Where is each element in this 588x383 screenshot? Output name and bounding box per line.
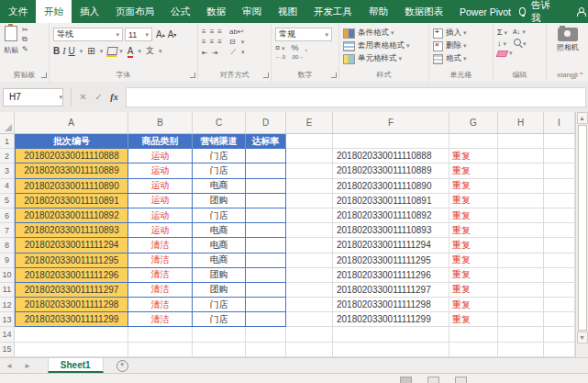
- cell-D12[interactable]: [246, 298, 286, 312]
- insert-function-button[interactable]: fx: [106, 92, 122, 102]
- cell-D14[interactable]: [246, 327, 286, 342]
- orientation-button[interactable]: ⟋: [230, 48, 236, 57]
- cell-G7[interactable]: 重复: [449, 223, 498, 238]
- cell-C9[interactable]: 电商: [193, 253, 246, 268]
- cell-I4[interactable]: [544, 179, 575, 194]
- cell-F15[interactable]: [333, 343, 449, 357]
- cell-A11[interactable]: 2018020330011111297: [15, 283, 128, 298]
- cell-A14[interactable]: [15, 327, 128, 342]
- row-header-12[interactable]: 12: [0, 298, 15, 312]
- format-painter-button[interactable]: ✎: [22, 45, 28, 53]
- ribbon-tab-6[interactable]: 审阅: [234, 0, 270, 23]
- row-header-6[interactable]: 6: [0, 208, 15, 223]
- cell-H11[interactable]: [498, 283, 544, 298]
- cell-B13[interactable]: 清洁: [128, 312, 193, 327]
- bold-button[interactable]: B: [53, 46, 60, 56]
- column-header-H[interactable]: H: [498, 112, 544, 134]
- cell-B1[interactable]: 商品类别: [128, 134, 193, 149]
- cell-F6[interactable]: 2018020330011110892: [333, 208, 449, 223]
- row-header-5[interactable]: 5: [0, 194, 15, 208]
- cell-B3[interactable]: 运动: [128, 163, 193, 178]
- ribbon-tab-9[interactable]: 帮助: [361, 0, 396, 23]
- column-header-B[interactable]: B: [128, 112, 193, 134]
- cell-I5[interactable]: [544, 194, 575, 208]
- conditional-formatting-button[interactable]: 条件格式▾: [343, 28, 426, 39]
- find-select-button[interactable]: ▾: [514, 39, 527, 48]
- vertical-scroll-thumb[interactable]: [578, 125, 587, 331]
- cell-G6[interactable]: 重复: [449, 208, 498, 223]
- font-color-button[interactable]: A: [128, 46, 134, 56]
- collapse-ribbon-icon[interactable]: ⌃: [578, 72, 584, 80]
- ribbon-tab-0[interactable]: 文件: [0, 0, 36, 23]
- cell-E2[interactable]: [286, 149, 333, 163]
- cell-C14[interactable]: [193, 327, 246, 342]
- ribbon-tab-11[interactable]: Power Pivot: [451, 0, 519, 23]
- cell-I11[interactable]: [544, 283, 575, 298]
- decrease-indent-icon[interactable]: ⇤: [202, 49, 208, 57]
- cell-A7[interactable]: 2018020330011110893: [15, 223, 128, 238]
- cell-G1[interactable]: [449, 134, 498, 149]
- row-header-13[interactable]: 13: [0, 312, 15, 327]
- clear-button[interactable]: [496, 51, 509, 57]
- cell-E8[interactable]: [286, 238, 333, 253]
- tell-me-button[interactable]: 告诉我: [531, 0, 550, 25]
- cell-G15[interactable]: [449, 343, 498, 357]
- cell-E5[interactable]: [286, 194, 333, 208]
- enter-formula-button[interactable]: ✓: [91, 92, 106, 102]
- column-header-I[interactable]: I: [544, 112, 575, 134]
- shrink-font-button[interactable]: A▾: [168, 29, 177, 39]
- cell-G8[interactable]: 重复: [449, 238, 498, 253]
- cell-G13[interactable]: 重复: [449, 312, 498, 327]
- cell-A2[interactable]: 2018020330011110888: [15, 149, 128, 163]
- formula-input[interactable]: [126, 87, 586, 107]
- ribbon-tab-1[interactable]: 开始: [36, 0, 72, 23]
- column-header-G[interactable]: G: [449, 112, 498, 134]
- cell-H15[interactable]: [498, 343, 544, 357]
- cell-C3[interactable]: 门店: [193, 163, 246, 178]
- cell-D4[interactable]: [246, 179, 286, 194]
- cell-E11[interactable]: [286, 283, 333, 298]
- cell-I2[interactable]: [544, 149, 575, 163]
- row-header-15[interactable]: 15: [0, 343, 15, 357]
- cell-E9[interactable]: [286, 253, 333, 268]
- cell-D15[interactable]: [246, 343, 286, 357]
- cell-B11[interactable]: 清洁: [128, 283, 193, 298]
- cell-E13[interactable]: [286, 312, 333, 327]
- sheet-tab-sheet1[interactable]: Sheet1: [48, 358, 104, 373]
- cell-I7[interactable]: [544, 223, 575, 238]
- cell-H10[interactable]: [498, 268, 544, 283]
- cell-E14[interactable]: [286, 327, 333, 342]
- cut-button[interactable]: ✂: [22, 26, 28, 34]
- cell-A8[interactable]: 2018020330011111294: [15, 238, 128, 253]
- align-bottom-icon[interactable]: ≡: [217, 28, 222, 36]
- cell-D8[interactable]: [246, 238, 286, 253]
- vertical-scrollbar[interactable]: ▲ ▼: [575, 112, 588, 357]
- align-top-icon[interactable]: ≡: [202, 28, 206, 36]
- ribbon-tab-8[interactable]: 开发工具: [305, 0, 361, 23]
- cell-C2[interactable]: 门店: [193, 149, 246, 163]
- cell-C1[interactable]: 营销渠道: [193, 134, 246, 149]
- insert-cells-button[interactable]: 插入▾: [433, 28, 490, 39]
- cancel-formula-button[interactable]: ✕: [75, 92, 91, 102]
- cell-C8[interactable]: 电商: [193, 238, 246, 253]
- column-header-D[interactable]: D: [246, 112, 286, 134]
- cell-F10[interactable]: 2018020330011111296: [333, 268, 449, 283]
- cell-F12[interactable]: 2018020330011111298: [333, 298, 449, 312]
- cell-I15[interactable]: [544, 343, 575, 357]
- cell-H4[interactable]: [498, 179, 544, 194]
- cell-I13[interactable]: [544, 312, 575, 327]
- cell-I1[interactable]: [544, 134, 575, 149]
- cell-F7[interactable]: 2018020330011110893: [333, 223, 449, 238]
- cell-C13[interactable]: 门店: [193, 312, 246, 327]
- cell-E7[interactable]: [286, 223, 333, 238]
- ribbon-tab-2[interactable]: 插入: [72, 0, 107, 23]
- column-header-C[interactable]: C: [193, 112, 246, 134]
- cell-A9[interactable]: 2018020330011111295: [15, 253, 128, 268]
- accounting-format-button[interactable]: ¤▾: [275, 43, 285, 52]
- cell-G4[interactable]: 重复: [449, 179, 498, 194]
- cell-G5[interactable]: 重复: [449, 194, 498, 208]
- row-header-1[interactable]: 1: [0, 134, 15, 149]
- cell-F8[interactable]: 2018020330011111294: [333, 238, 449, 253]
- cell-G3[interactable]: 重复: [449, 163, 498, 178]
- comma-style-button[interactable]: ,: [305, 43, 308, 52]
